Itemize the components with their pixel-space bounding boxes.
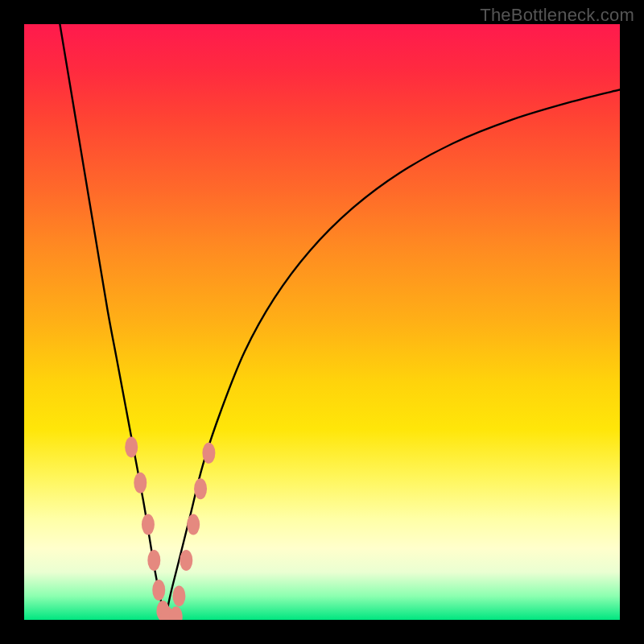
left-dot-3 (142, 514, 155, 535)
bottom-dot-2 (170, 606, 183, 620)
right-dot-1 (172, 585, 185, 606)
right-dot-3 (187, 514, 200, 535)
left-dot-2 (134, 473, 147, 493)
watermark-text: TheBottleneck.com (480, 5, 634, 26)
left-dot-4 (147, 550, 160, 571)
right-dot-4 (194, 478, 207, 499)
left-dot-1 (125, 436, 138, 457)
chart-svg (24, 24, 620, 620)
right-dot-2 (180, 550, 192, 571)
curve-right (165, 89, 620, 620)
right-dot-5 (202, 443, 215, 464)
left-dot-5 (152, 580, 165, 601)
outer-frame: TheBottleneck.com (0, 0, 644, 644)
plot-area (24, 24, 620, 620)
